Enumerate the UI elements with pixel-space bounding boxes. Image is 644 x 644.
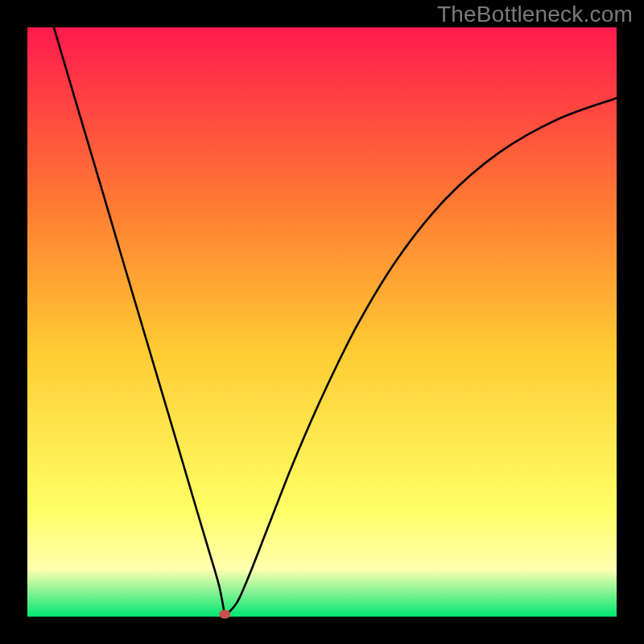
- plot-background: [27, 27, 617, 617]
- watermark-text: TheBottleneck.com: [437, 2, 633, 27]
- optimal-point-marker: [219, 610, 230, 619]
- chart-container: TheBottleneck.com: [0, 0, 644, 644]
- bottleneck-chart: [0, 0, 644, 644]
